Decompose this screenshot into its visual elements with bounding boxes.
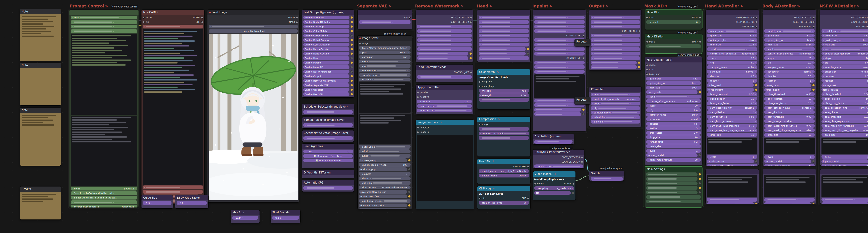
mode-widget[interactable]: ‹modepopulate› <box>71 187 137 191</box>
widget-pill[interactable]: ‹control_after_generaterandomize› <box>707 52 757 56</box>
widget-pill[interactable]: ‹› <box>417 34 472 37</box>
widget-pill[interactable]: ‹sam_mask_hint_use_negativeFalse› <box>822 128 868 132</box>
bbox-detector-slot[interactable]: BBOX_DETECTOR <box>534 156 583 159</box>
enable-detail-daemon-widget[interactable]: Enable Detail Daemon <box>303 38 353 42</box>
control-after-generate-widget[interactable]: ‹control_after_generaterandomize› <box>764 52 815 56</box>
widget-pill[interactable]: ‹cfg8.0› <box>707 61 757 65</box>
widget-pill[interactable]: inpaint_model <box>707 160 754 163</box>
widget-pill[interactable]: ‹drop_size10› <box>764 133 815 137</box>
widget-pill[interactable]: ‹bbox_threshold0.50› <box>764 92 815 96</box>
toggle-on[interactable] <box>350 84 353 87</box>
widget-row[interactable]: ‹› <box>591 20 640 24</box>
widget-pill[interactable]: ‹sam_detection_hintcenter-1› <box>764 106 815 110</box>
negative-slot[interactable]: negative <box>417 95 472 99</box>
widget-row[interactable]: ‹› <box>478 56 529 60</box>
widget-pill[interactable]: ‹scheduler› <box>591 115 640 119</box>
text-area[interactable] <box>764 175 815 197</box>
device-mode-widget[interactable]: ‹device_modeAUTO› <box>478 174 529 177</box>
widget-pill[interactable]: ‹› <box>534 15 585 20</box>
text-area[interactable] <box>21 15 60 61</box>
widget-pill[interactable]: ‹› <box>534 29 585 33</box>
nsfw-adetailer-main[interactable]: BBOX_DETECTORSEGM_DETECTORSAM_MODEL‹mode… <box>820 10 868 166</box>
widget-pill[interactable]: ‹steps20› <box>764 56 815 60</box>
widget-pill[interactable]: ‹height› <box>359 154 410 158</box>
model-name-widget[interactable]: ‹model_name› <box>822 29 868 33</box>
control-net-slot[interactable]: CONTROL_NET <box>591 29 640 33</box>
widget-row[interactable]: ‹› <box>478 38 529 42</box>
cycle-widget[interactable]: ‹cycle1› <box>646 149 701 153</box>
widget-row[interactable]: ‹› <box>143 25 203 29</box>
widget-row[interactable]: ‹› <box>591 47 640 51</box>
guide-size[interactable]: Guide Size‹512› <box>142 195 173 208</box>
drop-size-widget[interactable]: ‹drop_size10› <box>646 135 701 139</box>
toggle-on[interactable] <box>469 57 472 59</box>
cycle-widget[interactable]: ‹cycle1› <box>707 155 757 159</box>
widget-pill[interactable]: ‹model_name› <box>534 164 583 168</box>
output-slot-dot[interactable] <box>572 183 574 185</box>
widget-pill[interactable]: ‹› <box>478 34 529 37</box>
widget-pill[interactable]: ‹seed› <box>764 47 815 51</box>
widget-pill[interactable]: ‹quality_jpeg_or_webp100› <box>359 163 410 167</box>
guide-size-widget[interactable]: ‹guide_size512› <box>707 34 757 37</box>
widget-row[interactable] <box>646 191 701 194</box>
toggle-off[interactable] <box>699 182 701 185</box>
widget-pill[interactable]: inpaint_model <box>822 160 868 163</box>
widget-pill[interactable]: ‹max_size1024› <box>646 86 701 90</box>
text-area[interactable] <box>359 82 410 113</box>
widget-pill[interactable]: ‹noise_mask_feather20› <box>822 164 868 166</box>
widget-pill[interactable]: ‹› <box>478 25 529 29</box>
force-inpaint-widget[interactable]: force_inpaint <box>822 88 868 92</box>
denoise-widget[interactable]: ‹denoise› <box>591 120 640 124</box>
group-title-head[interactable]: Head✎ <box>477 4 492 8</box>
widget-pill[interactable]: ‹strength1.00› <box>417 100 472 103</box>
basic-pipe-slot[interactable]: basic_pipe <box>646 72 701 76</box>
widget-pill[interactable]: ‹› <box>822 198 868 202</box>
widget-pill[interactable]: ‹› <box>417 29 472 33</box>
text-area[interactable] <box>71 34 137 115</box>
mask-slot[interactable]: maskMASK <box>646 15 701 20</box>
action-button[interactable]: 🎲 Randomize Each Time <box>303 154 353 158</box>
widget-pill[interactable]: ‹› <box>591 20 640 24</box>
widget-pill[interactable] <box>417 56 468 60</box>
widget-pill[interactable]: Enable Auto CFG <box>303 15 349 20</box>
widget-pill[interactable]: ‹› <box>478 136 529 140</box>
seed-widget[interactable]: ‹seed› <box>646 95 701 99</box>
widget-pill[interactable]: ‹› <box>417 47 472 51</box>
widget-pill[interactable]: ‹› <box>591 25 640 29</box>
widget-pill[interactable]: ‹guide_size_forbbox› <box>646 81 701 85</box>
toggle-off[interactable] <box>699 154 701 157</box>
ultralytics-detector-inpaint[interactable]: UltralyticsDetectorProviderBBOX_DETECTOR… <box>533 149 584 168</box>
scheduler-widget[interactable]: ‹scheduler› <box>359 77 410 81</box>
control-after-generate-widget[interactable]: ‹control_after_generaterandomize› <box>591 97 640 101</box>
amount-widget[interactable]: ‹amount6› <box>646 20 701 24</box>
input-slot-dot[interactable] <box>478 86 480 87</box>
widget-pill[interactable]: ‹model_namesam_vit_b_01ec64.pth› <box>478 169 529 173</box>
feather-widget[interactable]: ‹feather5› <box>822 79 868 82</box>
widget-pill[interactable]: ‹sam_mask_hint_use_negativeFalse› <box>707 128 757 132</box>
widget-pill[interactable] <box>646 191 698 194</box>
mask-dilation[interactable]: Mask DilationmaskMASK‹› <box>645 34 702 54</box>
widget-row[interactable]: ‹› <box>71 25 137 29</box>
widget-pill[interactable]: ‹sam_bbox_expansion0› <box>822 120 868 123</box>
steps-widget[interactable]: ‹steps20› <box>646 104 701 107</box>
counter-widget[interactable]: ‹counter0› <box>359 172 410 176</box>
optimize-png-widget[interactable]: optimize_png <box>359 167 410 171</box>
text-area[interactable] <box>71 115 137 186</box>
widget-pill[interactable]: ‹drop_size10› <box>822 133 868 137</box>
toggle-on[interactable] <box>408 209 410 209</box>
enable-hand-adetailer-widget[interactable]: Enable Hand ADetailer <box>303 52 353 56</box>
widget-pill[interactable] <box>822 202 868 204</box>
widget-pill[interactable]: ‹› <box>591 52 640 56</box>
widget-pill[interactable]: ‹steps› <box>359 60 410 63</box>
widget-pill[interactable]: ‹noise_mask_feather20› <box>646 158 701 162</box>
bbox-threshold-widget[interactable]: ‹bbox_threshold0.50› <box>822 92 868 96</box>
widget-row[interactable]: ‹› <box>534 29 585 33</box>
input-slot-dot[interactable] <box>417 127 419 129</box>
widget-pill[interactable]: ‹› <box>534 70 585 73</box>
toggle-off[interactable] <box>812 160 815 163</box>
widget-row[interactable]: ‹› <box>822 198 868 202</box>
widget-pill[interactable]: ‹cycle1› <box>646 149 701 153</box>
strength-widget[interactable]: ‹strength1.00› <box>417 100 472 103</box>
widget-pill[interactable]: ‹seed› <box>707 47 757 51</box>
widget-row[interactable]: ‹› <box>143 186 203 189</box>
